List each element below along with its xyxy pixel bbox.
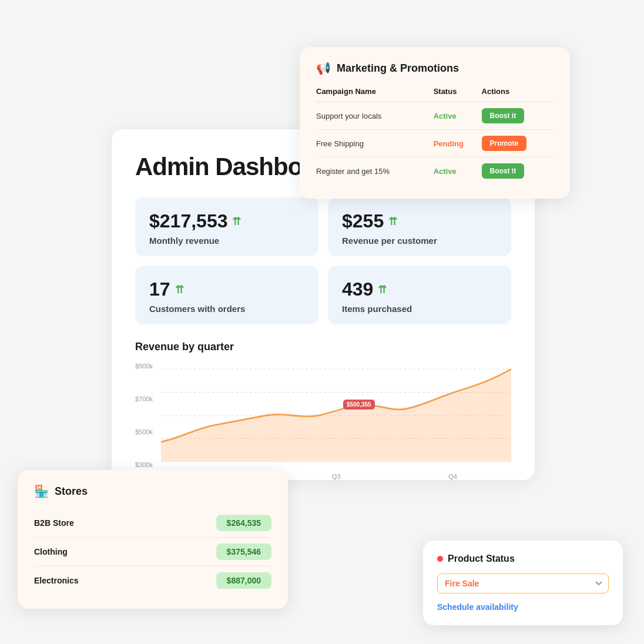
chart-area: $500,355 <box>161 363 511 468</box>
items-purchased-value: 439 <box>342 279 373 300</box>
revenue-per-customer-value: $255 <box>342 210 384 232</box>
stores-header: 🏪 Stores <box>34 484 271 498</box>
campaign-name: Free Shipping <box>316 130 434 157</box>
chart-y-labels: $900k $700k $500k $300k <box>135 363 153 480</box>
store-row: Electronics $887,000 <box>34 566 271 595</box>
product-status-card: Product Status Fire Sale Active Inactive… <box>423 541 623 625</box>
monthly-revenue-value: $217,553 <box>149 210 227 232</box>
table-row: Free Shipping Pending Promote <box>316 130 554 157</box>
status-badge: Active <box>434 112 457 120</box>
product-status-title: Product Status <box>448 554 515 564</box>
items-purchased-label: Items purchased <box>342 304 497 314</box>
table-row: Support your locals Active Boost it <box>316 102 554 130</box>
customers-orders-value: 17 <box>149 279 170 300</box>
customers-orders-trend-icon: ⇈ <box>175 283 184 296</box>
store-name: Clothing <box>34 547 68 556</box>
col-status: Status <box>434 87 482 102</box>
monthly-revenue-label: Monthly revenue <box>149 236 304 246</box>
chart-title: Revenue by quarter <box>135 341 511 353</box>
promote-button[interactable]: Promote <box>482 136 527 151</box>
revenue-per-customer-label: Revenue per customer <box>342 236 497 246</box>
stores-card: 🏪 Stores B2B Store $264,535 Clothing $37… <box>18 470 288 609</box>
product-status-select[interactable]: Fire Sale Active Inactive Draft <box>437 573 609 593</box>
store-row: B2B Store $264,535 <box>34 509 271 538</box>
metric-revenue-per-customer: $255 ⇈ Revenue per customer <box>328 197 511 256</box>
revenue-per-customer-trend-icon: ⇈ <box>388 215 397 228</box>
store-icon: 🏪 <box>34 484 49 498</box>
store-value: $264,535 <box>216 515 271 531</box>
campaign-name: Support your locals <box>316 102 434 130</box>
store-value: $887,000 <box>216 572 271 589</box>
chart-tooltip: $500,355 <box>343 400 375 410</box>
items-purchased-trend-icon: ⇈ <box>378 283 387 296</box>
status-indicator-dot <box>437 556 443 562</box>
status-badge: Active <box>434 167 457 176</box>
table-row: Register and get 15% Active Boost it <box>316 157 554 185</box>
col-actions: Actions <box>482 87 554 102</box>
metric-customers-with-orders: 17 ⇈ Customers with orders <box>135 266 318 324</box>
stores-title: Stores <box>55 485 88 498</box>
chart-container: $900k $700k $500k $300k <box>135 363 511 480</box>
campaign-name: Register and get 15% <box>316 157 434 185</box>
product-status-header: Product Status <box>437 554 609 564</box>
marketing-title: Marketing & Promotions <box>337 62 459 75</box>
boost-button[interactable]: Boost it <box>482 163 525 179</box>
megaphone-icon: 📢 <box>316 61 331 75</box>
store-row: Clothing $375,546 <box>34 538 271 566</box>
marketing-promotions-card: 📢 Marketing & Promotions Campaign Name S… <box>300 47 570 199</box>
schedule-availability-link[interactable]: Schedule availability <box>437 602 518 612</box>
metric-items-purchased: 439 ⇈ Items purchased <box>328 266 511 324</box>
store-name: B2B Store <box>34 518 74 528</box>
store-name: Electronics <box>34 576 78 585</box>
metric-monthly-revenue: $217,553 ⇈ Monthly revenue <box>135 197 318 256</box>
status-badge: Pending <box>434 139 464 148</box>
monthly-revenue-trend-icon: ⇈ <box>232 215 241 228</box>
chart-section: Revenue by quarter $900k $700k $500k $30… <box>135 341 511 480</box>
metrics-grid: $217,553 ⇈ Monthly revenue $255 ⇈ Revenu… <box>135 197 511 324</box>
marketing-table: Campaign Name Status Actions Support you… <box>316 87 554 185</box>
col-campaign-name: Campaign Name <box>316 87 434 102</box>
boost-button[interactable]: Boost it <box>482 108 525 123</box>
store-value: $375,546 <box>216 544 271 560</box>
marketing-header: 📢 Marketing & Promotions <box>316 61 554 75</box>
customers-orders-label: Customers with orders <box>149 304 304 314</box>
